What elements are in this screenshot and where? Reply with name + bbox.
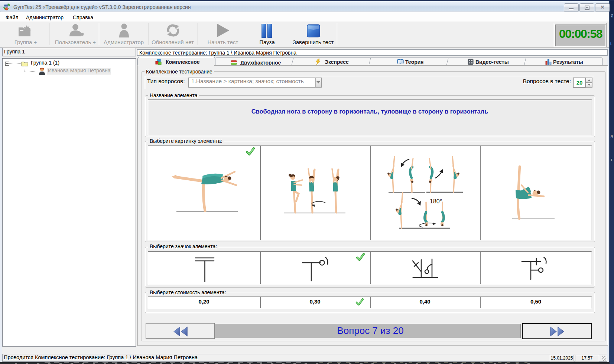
svg-text:180°: 180° [430,198,442,204]
